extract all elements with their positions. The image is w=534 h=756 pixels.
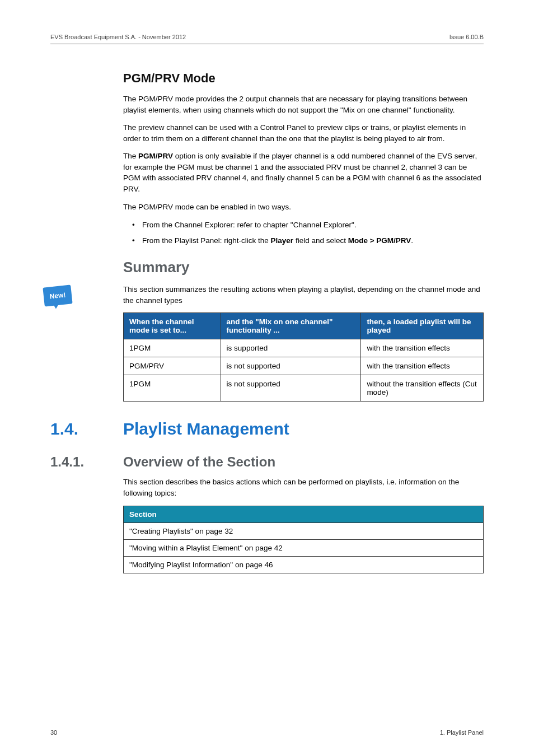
table-cell: with the transition effects xyxy=(361,357,484,375)
table-cell: "Moving within a Playlist Element" on pa… xyxy=(124,539,484,556)
table-cell: "Modifying Playlist Information" on page… xyxy=(124,556,484,573)
new-badge: New! xyxy=(44,286,73,310)
table-cell: PGM/PRV xyxy=(124,357,221,375)
paragraph: This section describes the basics action… xyxy=(123,477,484,498)
footer-page-number: 30 xyxy=(50,729,57,736)
text-bold: Player xyxy=(271,236,294,245)
list-item: From the Channel Explorer: refer to chap… xyxy=(134,219,484,231)
table-row: "Moving within a Playlist Element" on pa… xyxy=(124,539,484,556)
table-cell: 1PGM xyxy=(124,339,221,357)
bullet-list: From the Channel Explorer: refer to chap… xyxy=(134,219,484,246)
table-header-cell: and the "Mix on one channel" functionali… xyxy=(221,313,361,339)
text: From the Playlist Panel: right-click the xyxy=(142,236,271,245)
table-cell: 1PGM xyxy=(124,375,221,402)
table-header-row: Section xyxy=(124,506,484,522)
table-row: 1PGM is supported with the transition ef… xyxy=(124,339,484,357)
text: . xyxy=(411,236,413,245)
table-cell: is supported xyxy=(221,339,361,357)
text: The xyxy=(123,152,138,160)
header-rule xyxy=(50,44,484,44)
header-right: Issue 6.00.B xyxy=(449,34,484,40)
page: EVS Broadcast Equipment S.A. - November … xyxy=(0,0,534,756)
text: field and select xyxy=(293,236,348,245)
table-cell: without the transition effects (Cut mode… xyxy=(361,375,484,402)
table-cell: with the transition effects xyxy=(361,339,484,357)
table-row: "Modifying Playlist Information" on page… xyxy=(124,556,484,573)
paragraph: The preview channel can be used with a C… xyxy=(123,122,484,144)
table-header-cell: then, a loaded playlist will be played xyxy=(361,313,484,339)
heading-summary: Summary xyxy=(123,259,484,276)
header-left: EVS Broadcast Equipment S.A. - November … xyxy=(50,34,186,40)
page-header: EVS Broadcast Equipment S.A. - November … xyxy=(50,34,484,40)
section-heading-row: 1.4.1. Overview of the Section xyxy=(50,454,484,470)
text-bold: PGM/PRV xyxy=(138,152,173,160)
section-title: Overview of the Section xyxy=(123,454,275,470)
footer-chapter-label: 1. Playlist Panel xyxy=(440,729,484,736)
page-footer: 30 1. Playlist Panel xyxy=(50,729,484,736)
chapter-title: Playlist Management xyxy=(123,419,289,438)
table-cell: "Creating Playlists" on page 32 xyxy=(124,522,484,539)
text: option is only available if the player c… xyxy=(123,152,481,193)
text-bold: Mode > PGM/PRV xyxy=(348,236,411,245)
list-item: From the Playlist Panel: right-click the… xyxy=(134,235,484,247)
chapter-number: 1.4. xyxy=(50,419,123,438)
summary-block: New! This section summarizes the resulti… xyxy=(123,284,484,402)
paragraph: This section summarizes the resulting ac… xyxy=(123,284,484,306)
paragraph: The PGM/PRV mode can be enabled in two w… xyxy=(123,202,484,213)
paragraph: The PGM/PRV mode provides the 2 output c… xyxy=(123,94,484,115)
table-row: 1PGM is not supported without the transi… xyxy=(124,375,484,402)
paragraph: The PGM/PRV option is only available if … xyxy=(123,151,484,194)
table-cell: is not supported xyxy=(221,375,361,402)
table-header-cell: When the channel mode is set to... xyxy=(124,313,221,339)
table-header-cell: Section xyxy=(124,506,484,522)
table-cell: is not supported xyxy=(221,357,361,375)
heading-pgmprv-mode: PGM/PRV Mode xyxy=(123,71,484,86)
table-row: "Creating Playlists" on page 32 xyxy=(124,522,484,539)
chapter-heading-row: 1.4. Playlist Management xyxy=(50,419,484,438)
new-badge-label: New! xyxy=(43,285,72,307)
body-content: PGM/PRV Mode The PGM/PRV mode provides t… xyxy=(123,71,484,402)
overview-content: This section describes the basics action… xyxy=(123,477,484,573)
section-table: Section "Creating Playlists" on page 32 … xyxy=(123,506,484,573)
summary-table: When the channel mode is set to... and t… xyxy=(123,312,484,402)
section-number: 1.4.1. xyxy=(50,454,123,470)
table-header-row: When the channel mode is set to... and t… xyxy=(124,313,484,339)
table-row: PGM/PRV is not supported with the transi… xyxy=(124,357,484,375)
